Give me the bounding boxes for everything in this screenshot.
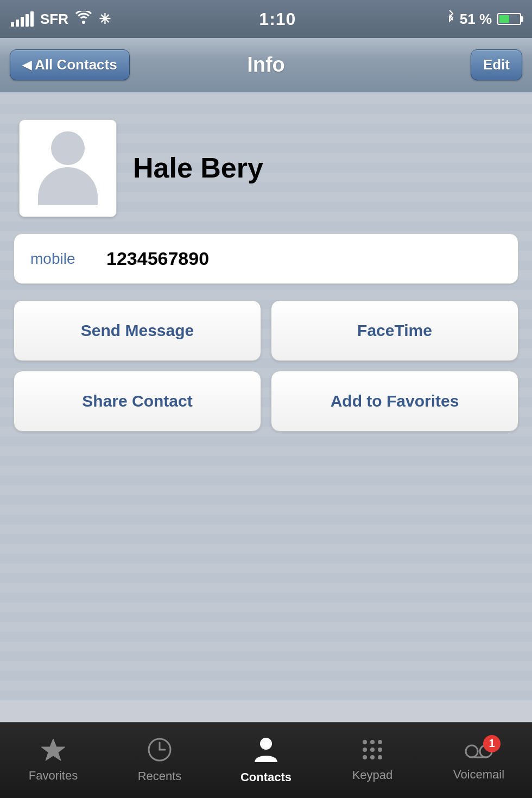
- nav-bar: All Contacts Info Edit: [0, 38, 532, 92]
- svg-point-5: [363, 740, 367, 744]
- tab-recents-label: Recents: [138, 769, 182, 783]
- person-icon: [254, 736, 278, 767]
- status-time: 1:10: [259, 9, 296, 29]
- grid-icon: [361, 738, 384, 765]
- clock-icon: [147, 737, 172, 766]
- nav-title: Info: [247, 53, 285, 77]
- edit-button[interactable]: Edit: [471, 49, 522, 80]
- phone-value: 1234567890: [106, 248, 209, 269]
- tab-recents[interactable]: Recents: [106, 723, 213, 798]
- svg-point-4: [260, 738, 272, 750]
- tab-voicemail-label: Voicemail: [453, 768, 504, 782]
- phone-label: mobile: [30, 250, 106, 268]
- contact-name: Hale Bery: [133, 153, 263, 183]
- svg-point-8: [363, 748, 367, 752]
- actions-grid: Send Message FaceTime Share Contact Add …: [14, 300, 518, 432]
- svg-point-6: [370, 740, 375, 744]
- content-area: Hale Bery mobile 1234567890 Send Message…: [0, 92, 532, 700]
- voicemail-badge-container: 1: [465, 739, 493, 764]
- tab-voicemail[interactable]: 1 Voicemail: [426, 723, 532, 798]
- svg-point-7: [378, 740, 382, 744]
- tab-bar: Favorites Recents Contacts: [0, 722, 532, 798]
- avatar-body: [38, 167, 98, 205]
- svg-point-10: [378, 748, 382, 752]
- svg-point-14: [466, 745, 478, 757]
- bluetooth-icon: [445, 10, 454, 28]
- tab-favorites[interactable]: Favorites: [0, 723, 106, 798]
- avatar: [19, 119, 117, 217]
- voicemail-badge: 1: [483, 735, 501, 752]
- svg-point-11: [363, 755, 367, 759]
- tab-favorites-label: Favorites: [29, 769, 78, 783]
- avatar-head: [51, 131, 85, 165]
- tab-keypad-label: Keypad: [352, 768, 393, 782]
- send-message-button[interactable]: Send Message: [14, 300, 261, 361]
- battery-icon: [497, 13, 521, 25]
- status-left: SFR ✳: [11, 10, 111, 28]
- battery-percent: 51 %: [460, 11, 492, 28]
- phone-info-card: mobile 1234567890: [14, 233, 518, 284]
- star-icon: [41, 738, 66, 765]
- tab-contacts-label: Contacts: [240, 770, 292, 784]
- avatar-silhouette: [38, 131, 98, 205]
- svg-point-13: [378, 755, 382, 759]
- carrier-label: SFR: [40, 11, 68, 28]
- svg-point-12: [370, 755, 375, 759]
- tab-contacts[interactable]: Contacts: [213, 723, 319, 798]
- share-contact-button[interactable]: Share Contact: [14, 371, 261, 432]
- phone-info-row[interactable]: mobile 1234567890: [14, 234, 518, 283]
- back-button[interactable]: All Contacts: [10, 49, 130, 80]
- contact-header: Hale Bery: [14, 109, 518, 233]
- facetime-button[interactable]: FaceTime: [271, 300, 518, 361]
- tab-keypad[interactable]: Keypad: [319, 723, 426, 798]
- add-to-favorites-button[interactable]: Add to Favorites: [271, 371, 518, 432]
- wifi-icon: [75, 10, 92, 28]
- signal-bars-icon: [11, 11, 34, 27]
- status-bar: SFR ✳ 1:10 51 %: [0, 0, 532, 38]
- status-right: 51 %: [445, 10, 521, 28]
- activity-icon: ✳: [99, 11, 111, 28]
- svg-marker-0: [41, 739, 65, 761]
- svg-point-9: [370, 748, 375, 752]
